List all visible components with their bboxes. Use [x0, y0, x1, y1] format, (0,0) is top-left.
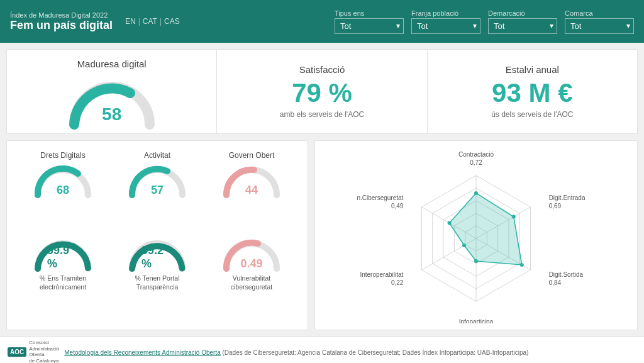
metric-activitat-value: 57 [151, 184, 164, 197]
svg-text:Infoparticipa: Infoparticipa [459, 318, 494, 323]
metric-vuln-gauge: 0.49 [220, 236, 283, 271]
svg-text:Vuln.Ciberseguretat: Vuln.Ciberseguretat [357, 194, 404, 201]
svg-point-14 [520, 263, 524, 267]
footer-text: Metodologia dels Reconeixements Administ… [64, 349, 528, 356]
filter-comarca: Comarca Tot [565, 9, 634, 34]
svg-text:0,22: 0,22 [391, 279, 404, 286]
metric-tramiten-label: % Ens Tramitenelectrònicament [40, 274, 86, 291]
svg-text:0,72: 0,72 [470, 159, 482, 166]
metric-activitat-gauge: 57 [126, 162, 189, 197]
kpi-maduresa: Maduresa digital 58 [7, 50, 216, 133]
metrics-panel: Drets Digitals 68 Activitat [6, 140, 308, 330]
aoc-logo-text: ConsorciAdministracióObertade Catalunya [29, 340, 59, 363]
footer-extra: (Dades de Ciberseguretat: Agencia Catala… [223, 349, 529, 356]
metric-govern: Govern Obert 44 [206, 148, 297, 228]
filter-tipus-ens-label: Tipus ens [335, 9, 404, 17]
metric-activitat: Activitat 57 [111, 148, 203, 228]
lang-sep-1: | [138, 17, 140, 26]
filter-franja: Franja població Tot [411, 9, 480, 34]
metric-portal-gauge: 99.2 % [126, 236, 189, 271]
kpi-satisfaccio-subtitle: amb els serveis de l'AOC [280, 110, 364, 119]
header-main-title: Fem un país digital [10, 19, 113, 32]
maduresa-gauge: 58 [65, 74, 159, 125]
svg-text:0,69: 0,69 [549, 203, 562, 209]
filter-demarcacio: Demarcació Tot [488, 9, 557, 34]
metric-govern-title: Govern Obert [229, 151, 275, 160]
lang-en[interactable]: EN [125, 17, 136, 26]
kpi-estalvi-value: 93 M € [492, 80, 572, 106]
aoc-logo: AOC ConsorciAdministracióObertade Catalu… [8, 340, 59, 363]
kpi-estalvi-title: Estalvi anual [506, 64, 559, 75]
metric-drets-gauge: 68 [31, 162, 94, 197]
filter-comarca-select[interactable]: Tot [565, 18, 634, 34]
svg-text:Digit.Sortida: Digit.Sortida [549, 271, 584, 278]
lang-cat[interactable]: CAT [143, 17, 157, 26]
svg-marker-11 [450, 193, 522, 265]
metric-tramiten-gauge: 99.9 % [31, 236, 94, 271]
header-subtitle: Índex de Maduresa Digital 2022 [10, 11, 113, 19]
header: Índex de Maduresa Digital 2022 Fem un pa… [0, 0, 644, 43]
filter-comarca-label: Comarca [565, 9, 634, 17]
filter-franja-label: Franja població [411, 9, 480, 17]
filter-demarcacio-select[interactable]: Tot [488, 18, 557, 34]
kpi-maduresa-title: Maduresa digital [77, 59, 147, 69]
filter-franja-wrapper[interactable]: Tot [411, 18, 480, 34]
metric-vuln-label: Vulnerabilitatciberseguretat [231, 274, 273, 291]
metric-portal-label: % Tenen PortalTransparència [135, 274, 179, 291]
filter-tipus-ens-select[interactable]: Tot [335, 18, 404, 34]
lang-cas[interactable]: CAS [164, 17, 180, 26]
svg-text:Digit.Entrada: Digit.Entrada [549, 194, 586, 201]
svg-text:Contractació: Contractació [458, 151, 494, 158]
footer: AOC ConsorciAdministracióObertade Catalu… [0, 337, 644, 363]
svg-text:0,84: 0,84 [549, 279, 562, 286]
filters-row: Tipus ens Tot Franja població Tot Demarc… [192, 9, 634, 34]
filter-tipus-ens-wrapper[interactable]: Tot [335, 18, 404, 34]
metric-tramiten-value: 99.9 % [47, 244, 79, 271]
svg-point-15 [474, 259, 478, 263]
filter-tipus-ens: Tipus ens Tot [335, 9, 404, 34]
metric-govern-gauge: 44 [220, 162, 283, 197]
svg-point-16 [462, 243, 466, 247]
kpi-satisfaccio: Satisfacció 79 % amb els serveis de l'AO… [216, 50, 426, 133]
svg-point-12 [474, 191, 478, 195]
kpi-estalvi-subtitle: ús dels serveis de l'AOC [491, 110, 573, 119]
lang-sep-2: | [160, 17, 162, 26]
svg-text:0,49: 0,49 [391, 203, 404, 209]
metric-portal-value: 99.2 % [142, 244, 173, 271]
bottom-row: Drets Digitals 68 Activitat [6, 140, 638, 330]
filter-comarca-wrapper[interactable]: Tot [565, 18, 634, 34]
main-content: Maduresa digital 58 Satisfacció 79 % amb… [0, 43, 644, 337]
filter-demarcacio-label: Demarcació [488, 9, 557, 17]
header-title: Índex de Maduresa Digital 2022 Fem un pa… [10, 11, 113, 32]
kpi-estalvi: Estalvi anual 93 M € ús dels serveis de … [427, 50, 637, 133]
metric-drets-digitals: Drets Digitals 68 [17, 148, 109, 228]
footer-row: AOC ConsorciAdministracióObertade Catalu… [8, 340, 636, 363]
radar-chart: Contractació0,72Digit.Entrada0,69Digit.S… [357, 147, 596, 323]
metric-drets-value: 68 [57, 184, 69, 197]
metric-drets-title: Drets Digitals [40, 151, 85, 160]
footer-link[interactable]: Metodologia dels Reconeixements Administ… [64, 349, 220, 356]
aoc-logo-box: AOC [8, 347, 26, 357]
language-nav: EN | CAT | CAS [125, 17, 180, 26]
filter-franja-select[interactable]: Tot [411, 18, 480, 34]
svg-point-17 [448, 221, 452, 225]
metric-govern-value: 44 [245, 184, 258, 197]
filter-demarcacio-wrapper[interactable]: Tot [488, 18, 557, 34]
radar-panel: Contractació0,72Digit.Entrada0,69Digit.S… [314, 140, 638, 330]
kpi-row: Maduresa digital 58 Satisfacció 79 % amb… [6, 49, 638, 134]
svg-text:Interoperabilitat: Interoperabilitat [360, 271, 403, 278]
svg-point-13 [512, 215, 516, 219]
kpi-satisfaccio-value: 79 % [292, 80, 352, 106]
metric-vulnerabilitat: 0.49 Vulnerabilitatciberseguretat [206, 233, 297, 322]
metric-vuln-value: 0.49 [240, 257, 262, 271]
metric-portal: 99.2 % % Tenen PortalTransparència [111, 233, 203, 322]
metric-tramiten: 99.9 % % Ens Tramitenelectrònicament [17, 233, 109, 322]
kpi-satisfaccio-title: Satisfacció [299, 64, 345, 75]
maduresa-value: 58 [102, 104, 121, 125]
metric-activitat-title: Activitat [144, 151, 170, 160]
